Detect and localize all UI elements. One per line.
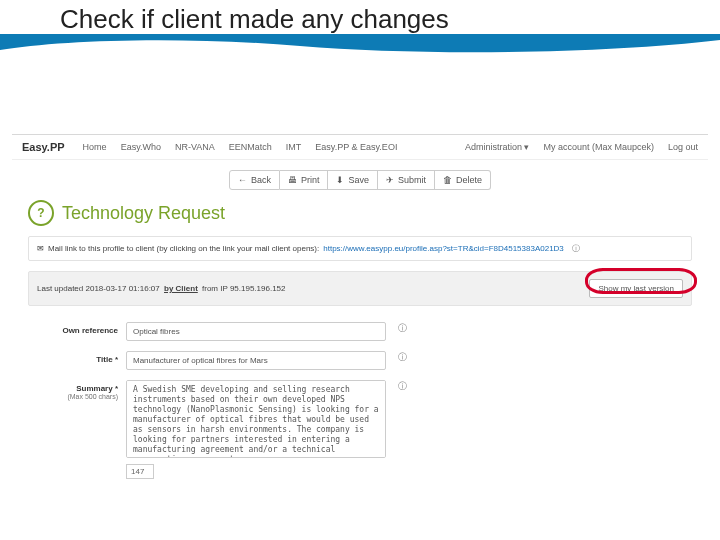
submit-icon: ✈ [386,175,394,185]
save-icon: ⬇ [336,175,344,185]
slide-title: Check if client made any changes [60,4,720,35]
last-updated-row: Last updated 2018-03-17 01:16:07 by Clie… [28,271,692,306]
label-own-reference: Own reference [28,322,118,335]
status-prefix: Last updated 2018-03-17 01:16:07 [37,284,160,293]
tech-request-icon: ? [28,200,54,226]
nav-my-account[interactable]: My account (Max Maupcek) [543,142,654,152]
action-toolbar: ←Back 🖶Print ⬇Save ✈Submit 🗑Delete [12,170,708,190]
delete-button[interactable]: 🗑Delete [435,170,491,190]
row-own-reference: Own reference ⓘ [28,322,692,341]
nav-eenmatch[interactable]: EENMatch [229,142,272,152]
page-heading-row: ? Technology Request [12,200,708,232]
label-summary: Summary * (Max 500 chars) [28,380,118,400]
decorative-wave [0,35,720,53]
nav-easywho[interactable]: Easy.Who [121,142,161,152]
status-suffix: from IP 95.195.196.152 [202,284,285,293]
mail-icon: ✉ [37,244,44,253]
mail-link-row: ✉ Mail link to this profile to client (b… [28,236,692,261]
nav-logout[interactable]: Log out [668,142,698,152]
row-summary: Summary * (Max 500 chars) ⓘ [28,380,692,458]
page-title: Technology Request [62,203,225,224]
label-title: Title * [28,351,118,364]
submit-button[interactable]: ✈Submit [378,170,435,190]
input-title[interactable] [126,351,386,370]
info-icon[interactable]: ⓘ [572,243,580,254]
nav-nrvana[interactable]: NR-VANA [175,142,215,152]
brand-logo[interactable]: Easy.PP [22,141,65,153]
status-by-client: by Client [164,284,198,293]
top-nav: Easy.PP Home Easy.Who NR-VANA EENMatch I… [12,135,708,160]
hint-own-reference-icon[interactable]: ⓘ [398,322,407,335]
app-screenshot: Easy.PP Home Easy.Who NR-VANA EENMatch I… [12,134,708,534]
label-summary-sub: (Max 500 chars) [28,393,118,400]
save-button[interactable]: ⬇Save [328,170,378,190]
profile-form: Own reference ⓘ Title * ⓘ Summary * (Max… [12,316,708,479]
slide-title-area: Check if client made any changes [0,0,720,35]
mail-link-label: Mail link to this profile to client (by … [48,244,319,253]
nav-home[interactable]: Home [83,142,107,152]
show-last-version-button[interactable]: Show my last version [589,279,683,298]
textarea-summary[interactable] [126,380,386,458]
hint-title-icon[interactable]: ⓘ [398,351,407,364]
input-own-reference[interactable] [126,322,386,341]
back-icon: ← [238,175,247,185]
row-title: Title * ⓘ [28,351,692,370]
summary-char-count: 147 [126,464,154,479]
hint-summary-icon[interactable]: ⓘ [398,380,407,393]
nav-imt[interactable]: IMT [286,142,302,152]
print-icon: 🖶 [288,175,297,185]
print-button[interactable]: 🖶Print [280,170,329,190]
nav-administration[interactable]: Administration ▾ [465,142,530,152]
nav-easypp-easyeoi[interactable]: Easy.PP & Easy.EOI [315,142,397,152]
delete-icon: 🗑 [443,175,452,185]
mail-link-url[interactable]: https://www.easypp.eu/profile.asp?st=TR&… [323,244,564,253]
back-button[interactable]: ←Back [229,170,280,190]
